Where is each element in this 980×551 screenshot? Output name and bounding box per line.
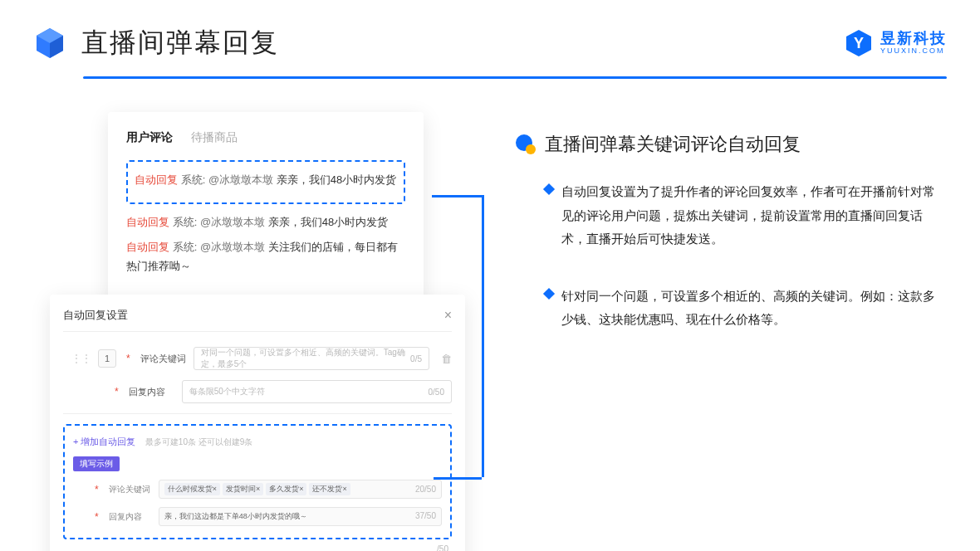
tab-pending-products[interactable]: 待播商品 [191, 130, 238, 145]
brand-name-cn: 昱新科技 [880, 31, 947, 47]
outer-count: /50 [63, 539, 452, 551]
example-badge: 填写示例 [73, 456, 120, 471]
bullet-item: 针对同一个问题，可设置多个相近的、高频的关键词。例如：这款多少钱、这块能优惠吗、… [545, 285, 947, 332]
comment-line: 自动回复 系统: @冰墩墩本墩 亲亲，我们48小时内发货 [126, 212, 405, 232]
brand-icon: Y [844, 28, 874, 58]
bullet-header-icon [515, 134, 537, 155]
close-icon[interactable]: × [444, 308, 452, 323]
drag-handle-icon[interactable]: ⋮⋮ [71, 353, 91, 364]
tab-user-comments[interactable]: 用户评论 [126, 130, 173, 145]
diamond-icon [543, 287, 555, 299]
svg-text:Y: Y [854, 35, 864, 51]
auto-reply-flag: 自动回复 [135, 173, 178, 186]
row-number: 1 [98, 349, 116, 368]
keyword-input[interactable]: 对同一个问题，可设置多个相近、高频的关键词。Tag确定，最多5个 0/5 [194, 347, 429, 370]
comment-line: 自动回复 系统: @冰墩墩本墩 关注我们的店铺，每日都有热门推荐呦～ [126, 237, 405, 276]
section-title: 直播间弹幕关键词评论自动回复 [545, 132, 801, 157]
add-hint: 最多可建10条 还可以创建9条 [145, 437, 252, 446]
auto-reply-settings-panel: 自动回复设置 × ⋮⋮ 1 * 评论关键词 对同一个问题，可设置多个相近、高频的… [50, 295, 465, 551]
highlighted-comment: 自动回复 系统: @冰墩墩本墩 亲亲，我们48小时内发货 [126, 160, 405, 204]
delete-icon[interactable]: 🗑 [441, 353, 452, 365]
bullet-item: 自动回复设置为了提升作者的评论回复效率，作者可在开播前针对常见的评论用户问题，提… [545, 180, 947, 251]
content-label: 回复内容 [129, 386, 175, 398]
example-content-input[interactable]: 亲，我们这边都是下单48小时内发货的哦～ 37/50 [159, 507, 442, 526]
content-input[interactable]: 每条限50个中文字符 0/50 [182, 380, 452, 403]
keyword-label: 评论关键词 [140, 353, 187, 365]
brand: Y 昱新科技 YUUXIN.COM [844, 28, 947, 58]
diamond-icon [543, 183, 555, 195]
page-title: 直播间弹幕回复 [81, 25, 279, 61]
settings-title: 自动回复设置 [63, 308, 128, 323]
svg-point-6 [526, 144, 536, 154]
example-keyword-input[interactable]: 什么时候发货× 发货时间× 多久发货× 还不发货× 20/50 [159, 480, 442, 499]
keyword-row: ⋮⋮ 1 * 评论关键词 对同一个问题，可设置多个相近、高频的关键词。Tag确定… [63, 347, 452, 370]
example-group: + 增加自动回复 最多可建10条 还可以创建9条 填写示例 * 评论关键词 什么… [63, 424, 452, 539]
add-auto-reply-link[interactable]: + 增加自动回复 [73, 436, 135, 446]
cube-logo-icon [33, 27, 66, 60]
comments-panel: 用户评论 待播商品 自动回复 系统: @冰墩墩本墩 亲亲，我们48小时内发货 自… [108, 112, 424, 301]
brand-name-en: YUUXIN.COM [880, 47, 947, 56]
